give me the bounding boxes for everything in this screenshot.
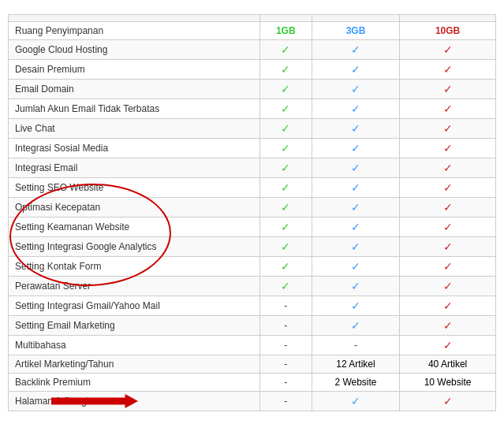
storage-value: 3GB — [346, 25, 366, 36]
value-cell: ✓ — [259, 60, 312, 80]
check-icon: ✓ — [443, 122, 453, 135]
value-cell: ✓ — [259, 257, 312, 277]
value-cell: ✓ — [259, 40, 312, 60]
feature-cell: Backlink Premium — [9, 374, 260, 392]
value-cell: ✓ — [400, 257, 496, 277]
value-cell: ✓ — [312, 237, 399, 257]
feature-cell: Ruang Penyimpanan — [9, 22, 260, 40]
feature-cell: Setting Integrasi Google Analytics — [9, 237, 260, 257]
feature-cell: Optimasi Kecepatan — [9, 198, 260, 217]
website-cell: 10 Website — [400, 374, 496, 392]
value-cell: ✓ — [259, 277, 312, 296]
table-row: Perawatan Server✓✓✓ — [9, 277, 496, 296]
value-cell: ✓ — [400, 316, 496, 336]
table-row: Optimasi Kecepatan✓✓✓ — [9, 198, 496, 217]
col-personal — [259, 15, 312, 22]
artikel-cell: 40 Artikel — [400, 355, 496, 374]
check-icon: ✓ — [281, 240, 290, 253]
check-icon: ✓ — [351, 122, 360, 135]
table-row: Integrasi Sosial Media✓✓✓ — [9, 139, 496, 158]
check-icon: ✓ — [443, 162, 453, 174]
feature-cell: Jumlah Akun Email Tidak Terbatas — [9, 99, 260, 119]
value-cell: ✓ — [400, 392, 496, 411]
table-row: Multibahasa--✓ — [9, 336, 496, 355]
value-cell: 10GB — [400, 22, 496, 40]
check-icon: ✓ — [281, 221, 290, 233]
value-cell: 1GB — [259, 22, 312, 40]
check-icon: ✓ — [351, 395, 360, 407]
value-cell: - — [259, 296, 312, 316]
value-cell: ✓ — [312, 119, 399, 139]
value-cell: ✓ — [400, 237, 496, 257]
check-icon: ✓ — [443, 83, 453, 95]
check-icon: ✓ — [443, 63, 453, 76]
check-icon: ✓ — [351, 319, 360, 332]
feature-cell: Setting Keamanan Website — [9, 217, 260, 237]
value-cell: ✓ — [400, 139, 496, 158]
value-cell: ✓ — [312, 99, 399, 119]
pricing-table: Ruang Penyimpanan1GB3GB10GBGoogle Cloud … — [8, 14, 496, 411]
check-icon: ✓ — [443, 395, 453, 407]
check-icon: ✓ — [281, 201, 290, 214]
table-row: Jumlah Akun Email Tidak Terbatas✓✓✓ — [9, 99, 496, 119]
check-icon: ✓ — [281, 260, 290, 273]
website-cell: 2 Website — [312, 374, 399, 392]
table-row: Setting Keamanan Website✓✓✓ — [9, 217, 496, 237]
value-cell: ✓ — [400, 158, 496, 178]
value-cell: ✓ — [400, 60, 496, 80]
table-row: Backlink Premium-2 Website10 Website — [9, 374, 496, 392]
feature-cell: Setting SEO Website — [9, 178, 260, 198]
feature-cell: Desain Premium — [9, 60, 260, 80]
check-icon: ✓ — [443, 280, 453, 292]
col-profesional — [312, 15, 399, 22]
table-row: Ruang Penyimpanan1GB3GB10GB — [9, 22, 496, 40]
value-cell: ✓ — [312, 80, 399, 99]
value-cell: ✓ — [400, 99, 496, 119]
value-cell: ✓ — [400, 217, 496, 237]
feature-cell: Artikel Marketing/Tahun — [9, 355, 260, 374]
table-row: Artikel Marketing/Tahun-12 Artikel40 Art… — [9, 355, 496, 374]
check-icon: ✓ — [351, 142, 360, 154]
value-cell: ✓ — [312, 40, 399, 60]
comparison-table-wrapper: Ruang Penyimpanan1GB3GB10GBGoogle Cloud … — [8, 14, 496, 411]
table-row: Email Domain✓✓✓ — [9, 80, 496, 99]
check-icon: ✓ — [351, 181, 360, 194]
feature-cell: Setting Integrasi Gmail/Yahoo Mail — [9, 296, 260, 316]
table-row: Desain Premium✓✓✓ — [9, 60, 496, 80]
feature-cell: Integrasi Email — [9, 158, 260, 178]
check-icon: ✓ — [281, 63, 290, 76]
value-cell: ✓ — [259, 80, 312, 99]
value-cell: ✓ — [259, 119, 312, 139]
storage-value: 10GB — [435, 25, 460, 36]
check-icon: ✓ — [443, 201, 453, 214]
feature-cell: Google Cloud Hosting — [9, 40, 260, 60]
value-cell: ✓ — [312, 316, 399, 336]
value-cell: ✓ — [312, 198, 399, 217]
check-icon: ✓ — [443, 260, 453, 273]
check-icon: ✓ — [281, 43, 290, 56]
feature-cell: Setting Email Marketing — [9, 316, 260, 336]
value-cell: ✓ — [312, 296, 399, 316]
check-icon: ✓ — [281, 83, 290, 95]
storage-value: 1GB — [276, 25, 296, 36]
check-icon: ✓ — [351, 240, 360, 253]
col-feature — [9, 15, 260, 22]
value-cell: ✓ — [259, 198, 312, 217]
value-cell: ✓ — [400, 40, 496, 60]
value-cell: ✓ — [312, 139, 399, 158]
value-cell: ✓ — [259, 237, 312, 257]
feature-cell: Email Domain — [9, 80, 260, 99]
check-icon: ✓ — [281, 280, 290, 292]
check-icon: ✓ — [351, 43, 360, 56]
value-cell: 3GB — [312, 22, 399, 40]
table-row: Setting Integrasi Google Analytics✓✓✓ — [9, 237, 496, 257]
value-cell: ✓ — [400, 336, 496, 355]
feature-cell: Perawatan Server — [9, 277, 260, 296]
check-icon: ✓ — [443, 240, 453, 253]
table-row: Live Chat✓✓✓ — [9, 119, 496, 139]
value-cell: ✓ — [312, 178, 399, 198]
check-icon: ✓ — [281, 142, 290, 154]
value-cell: ✓ — [312, 257, 399, 277]
value-cell: ✓ — [400, 296, 496, 316]
check-icon: ✓ — [443, 43, 453, 56]
